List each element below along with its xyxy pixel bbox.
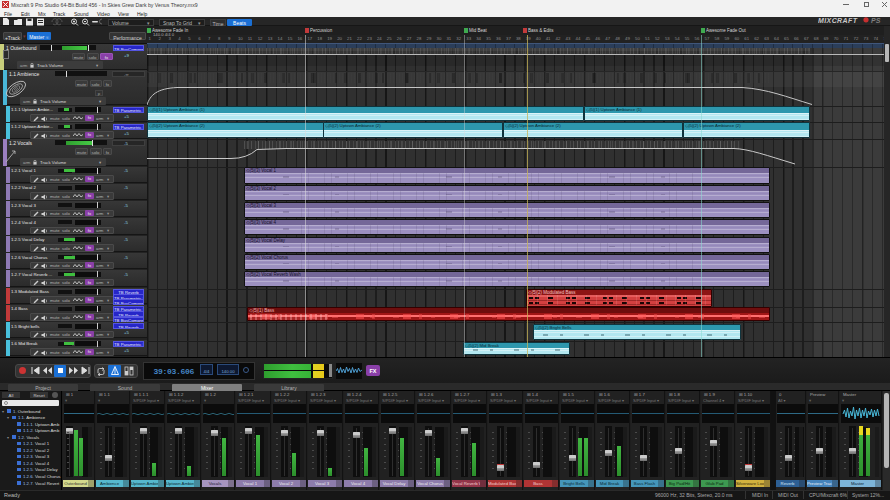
svg-text:PS: PS	[871, 17, 881, 24]
svg-text:MIXCRAFT: MIXCRAFT	[818, 17, 858, 24]
